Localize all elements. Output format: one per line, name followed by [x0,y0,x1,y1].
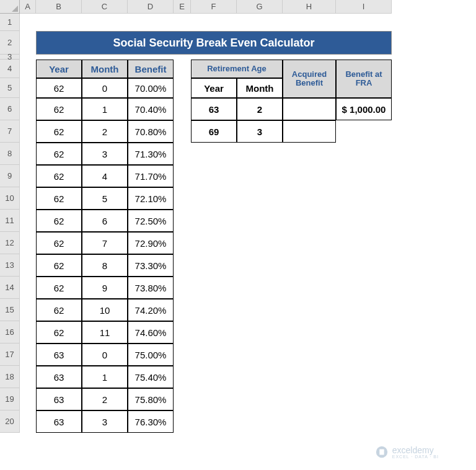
left-month[interactable]: 3 [82,410,128,433]
col-header-I[interactable]: I [336,0,392,14]
left-benefit[interactable]: 73.30% [128,254,174,277]
right-year[interactable]: 69 [191,120,237,143]
left-month[interactable]: 5 [82,187,128,210]
left-benefit[interactable]: 70.80% [128,120,174,143]
col-header-H[interactable]: H [283,0,336,14]
left-benefit[interactable]: 75.80% [128,388,174,410]
left-benefit[interactable]: 73.80% [128,277,174,299]
col-header-B[interactable]: B [36,0,82,14]
left-year[interactable]: 62 [36,277,82,299]
left-year[interactable]: 62 [36,98,82,120]
left-year[interactable]: 62 [36,321,82,344]
right-month[interactable]: 2 [237,98,283,120]
spreadsheet-grid: A B C D E F G H I 1 2 3 4 5 6 7 8 9 10 1… [0,0,476,433]
exceldemy-logo-icon [375,445,389,459]
left-benefit[interactable]: 71.70% [128,165,174,187]
row-header-16[interactable]: 16 [0,321,20,344]
left-year[interactable]: 63 [36,410,82,433]
left-benefit[interactable]: 70.40% [128,98,174,120]
left-year[interactable]: 62 [36,299,82,321]
left-benefit[interactable]: 72.50% [128,210,174,232]
left-month[interactable]: 3 [82,143,128,165]
left-year[interactable]: 63 [36,388,82,410]
row-header-1[interactable]: 1 [0,14,20,31]
page-title: Social Security Break Even Calculator [36,31,392,55]
left-month[interactable]: 6 [82,210,128,232]
watermark-main: exceldemy [392,445,434,455]
left-benefit[interactable]: 70.00% [128,78,174,98]
watermark-sub: EXCEL · DATA · BI [392,454,439,459]
watermark: exceldemy EXCEL · DATA · BI [375,445,439,459]
right-year[interactable]: 63 [191,98,237,120]
select-all-corner[interactable] [0,0,20,14]
col-header-C[interactable]: C [82,0,128,14]
left-header-benefit[interactable]: Benefit [128,60,174,78]
row-header-19[interactable]: 19 [0,388,20,410]
col-header-E[interactable]: E [174,0,191,14]
row-header-11[interactable]: 11 [0,210,20,232]
left-year[interactable]: 63 [36,366,82,388]
left-benefit[interactable]: 71.30% [128,143,174,165]
left-month[interactable]: 11 [82,321,128,344]
left-year[interactable]: 62 [36,210,82,232]
row-header-2[interactable]: 2 [0,31,20,55]
left-month[interactable]: 2 [82,388,128,410]
col-header-G[interactable]: G [237,0,283,14]
left-year[interactable]: 62 [36,120,82,143]
right-acquired[interactable] [283,98,336,120]
row-header-3[interactable]: 3 [0,55,20,60]
col-header-A[interactable]: A [20,0,36,14]
left-year[interactable]: 62 [36,143,82,165]
row-header-6[interactable]: 6 [0,98,20,120]
left-year[interactable]: 62 [36,187,82,210]
row-header-5[interactable]: 5 [0,78,20,98]
left-month[interactable]: 7 [82,232,128,254]
left-year[interactable]: 62 [36,254,82,277]
right-header-acquired-benefit[interactable]: Acquired Benefit [283,60,336,98]
right-acquired[interactable] [283,120,336,143]
left-month[interactable]: 4 [82,165,128,187]
right-header-retirement-age[interactable]: Retirement Age [191,60,283,78]
right-month[interactable]: 3 [237,120,283,143]
left-benefit[interactable]: 75.40% [128,366,174,388]
left-year[interactable]: 62 [36,78,82,98]
left-year[interactable]: 62 [36,165,82,187]
row-header-4[interactable]: 4 [0,60,20,78]
col-header-F[interactable]: F [191,0,237,14]
left-month[interactable]: 9 [82,277,128,299]
col-header-D[interactable]: D [128,0,174,14]
row-header-13[interactable]: 13 [0,254,20,277]
right-subheader-year[interactable]: Year [191,78,237,98]
left-month[interactable]: 10 [82,299,128,321]
left-month[interactable]: 8 [82,254,128,277]
left-month[interactable]: 1 [82,98,128,120]
row-header-20[interactable]: 20 [0,410,20,433]
left-header-year[interactable]: Year [36,60,82,78]
row-header-12[interactable]: 12 [0,232,20,254]
left-month[interactable]: 0 [82,78,128,98]
row-header-14[interactable]: 14 [0,277,20,299]
row-header-18[interactable]: 18 [0,366,20,388]
row-header-10[interactable]: 10 [0,187,20,210]
row-header-17[interactable]: 17 [0,344,20,366]
left-benefit[interactable]: 72.10% [128,187,174,210]
left-header-month[interactable]: Month [82,60,128,78]
right-header-benefit-at-fra[interactable]: Benefit at FRA [336,60,392,98]
left-month[interactable]: 0 [82,344,128,366]
left-year[interactable]: 63 [36,344,82,366]
svg-rect-1 [379,449,384,454]
right-subheader-month[interactable]: Month [237,78,283,98]
left-benefit[interactable]: 74.20% [128,299,174,321]
left-benefit[interactable]: 76.30% [128,410,174,433]
left-benefit[interactable]: 72.90% [128,232,174,254]
left-benefit[interactable]: 74.60% [128,321,174,344]
left-month[interactable]: 2 [82,120,128,143]
left-year[interactable]: 62 [36,232,82,254]
row-header-15[interactable]: 15 [0,299,20,321]
row-header-9[interactable]: 9 [0,165,20,187]
left-benefit[interactable]: 75.00% [128,344,174,366]
right-fra[interactable]: $ 1,000.00 [336,98,392,120]
left-month[interactable]: 1 [82,366,128,388]
row-header-7[interactable]: 7 [0,120,20,143]
row-header-8[interactable]: 8 [0,143,20,165]
